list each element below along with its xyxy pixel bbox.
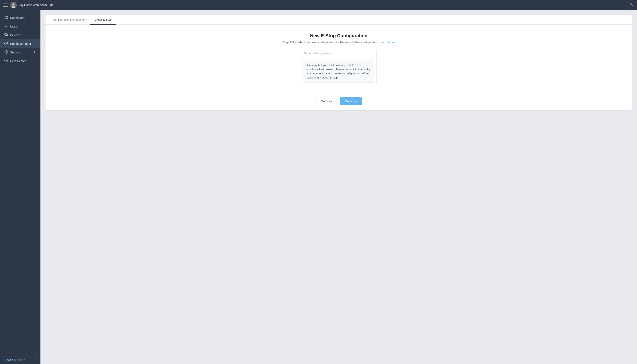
config-icon	[4, 42, 8, 46]
svg-rect-5	[7, 16, 8, 17]
users-icon	[4, 24, 8, 28]
svg-point-8	[5, 25, 6, 26]
org-name: My Home Warehouse, Inc	[19, 3, 53, 7]
wizard-step-description: Step 1/5 - Select the basic configuratio…	[51, 40, 627, 44]
sidebar-item-label: Help Center	[10, 59, 36, 63]
chevron-right-icon	[33, 50, 36, 54]
wizard-action-row: Go Back Continue	[46, 94, 632, 110]
topbar: My Home Warehouse, Inc	[0, 0, 637, 10]
config-search-box: I'm sorry but you don't have any SRCP:EP…	[301, 49, 377, 86]
svg-point-12	[5, 59, 8, 62]
step-text: - Select the basic configuration for the…	[295, 40, 379, 44]
learn-more-link[interactable]: Learn More	[380, 40, 395, 44]
sidebar-item-label: Config Manager	[10, 42, 36, 46]
avatar	[10, 2, 17, 8]
svg-point-3	[630, 3, 632, 5]
sidebar-collapse-button[interactable]	[0, 350, 41, 356]
sidebar-footer: © FORT 2020-2022	[0, 356, 41, 364]
help-icon	[4, 59, 8, 63]
sidebar-nav: Dashboard Users	[0, 10, 41, 68]
devices-icon	[4, 33, 8, 37]
svg-rect-9	[5, 34, 7, 35]
sidebar-item-devices[interactable]: Devices	[0, 31, 41, 39]
sidebar-item-label: Devices	[10, 34, 36, 37]
tab-global-estop[interactable]: Global E-Stop	[90, 15, 116, 24]
sidebar-item-help-center[interactable]: Help Center	[0, 56, 41, 65]
tab-configuration-management[interactable]: Configuration Management	[49, 15, 90, 24]
settings-icon	[4, 50, 8, 54]
no-config-message: I'm sorry but you don't have any SRCP:EP…	[304, 60, 374, 83]
sidebar-item-label: Dashboard	[10, 16, 36, 20]
svg-rect-6	[5, 18, 6, 19]
sidebar-item-settings[interactable]: Settings	[0, 48, 41, 56]
sidebar-item-dashboard[interactable]: Dashboard	[0, 14, 41, 22]
sidebar: Dashboard Users	[0, 10, 41, 364]
svg-point-1	[13, 3, 15, 6]
sidebar-item-config-manager[interactable]: Config Manager	[0, 39, 41, 48]
svg-point-2	[12, 6, 15, 8]
user-account-icon[interactable]	[629, 2, 634, 8]
fort-brand-link[interactable]: FORT	[7, 359, 13, 362]
copyright-symbol: ©	[4, 359, 6, 362]
go-back-button[interactable]: Go Back	[316, 97, 337, 105]
step-number: Step 1/5	[283, 40, 294, 44]
sidebar-item-label: Users	[10, 25, 36, 28]
search-configuration-input[interactable]	[304, 52, 373, 55]
svg-point-11	[6, 52, 7, 52]
copyright-years: 2020-2022	[14, 359, 25, 362]
tab-bar: Configuration Management Global E-Stop	[46, 15, 632, 24]
wizard-title: New E-Stop Configuration	[51, 33, 627, 38]
search-input-wrapper	[301, 49, 376, 58]
config-card: Configuration Management Global E-Stop N…	[46, 15, 632, 110]
sidebar-item-label: Settings	[10, 51, 31, 54]
main-content: Configuration Management Global E-Stop N…	[41, 10, 637, 364]
wizard-content: New E-Stop Configuration Step 1/5 - Sele…	[46, 24, 632, 94]
hamburger-menu[interactable]	[3, 4, 8, 6]
svg-rect-4	[5, 16, 6, 17]
svg-rect-7	[7, 18, 8, 19]
sidebar-item-users[interactable]: Users	[0, 22, 41, 31]
dashboard-icon	[4, 16, 8, 20]
continue-button[interactable]: Continue	[340, 97, 362, 105]
